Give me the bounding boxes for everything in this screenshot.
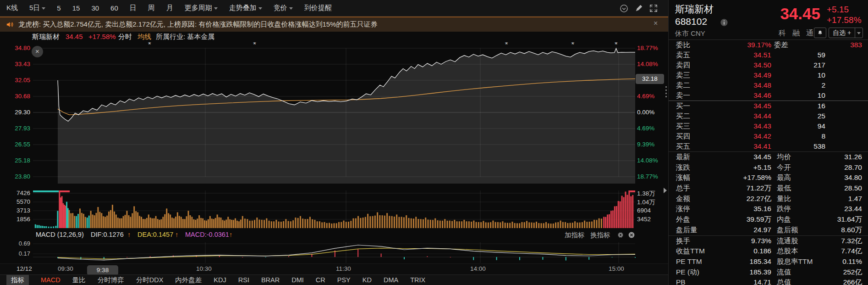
order-book: 委比 39.17% 委差 383 卖五34.5159 卖四34.50217 卖三… xyxy=(669,39,868,151)
price-alert-bell-button[interactable] xyxy=(814,28,826,38)
tab-month[interactable]: 月 xyxy=(166,4,173,12)
pct-axis-label: 0.00% xyxy=(637,109,654,116)
bid-row[interactable]: 买四34.428 xyxy=(669,131,868,141)
fullscreen-expand-icon[interactable] xyxy=(649,4,658,12)
tab-30min[interactable]: 30 xyxy=(91,4,99,12)
ask-row[interactable]: 卖四34.50217 xyxy=(669,60,868,70)
stats-row: 金额22.27亿量比1.47 xyxy=(669,194,868,204)
ask-row[interactable]: 卖三34.4910 xyxy=(669,70,868,80)
tab-neiwai-pancha[interactable]: 内外盘差 xyxy=(175,276,202,285)
stats-row: PB14.71总值266亿 xyxy=(669,277,868,285)
more-periods-menu[interactable]: 更多周期 xyxy=(185,4,218,12)
intraday-chart-canvas[interactable]: ***** xyxy=(0,0,668,285)
bid-row[interactable]: 买一34.4516 xyxy=(669,101,868,111)
bid-row[interactable]: 买五34.41538 xyxy=(669,141,868,151)
tab-15min[interactable]: 15 xyxy=(72,4,80,12)
stats-row: 收益TTM0.186总股本7.74亿 xyxy=(669,246,868,257)
watchlist-label: 自选 + xyxy=(829,29,855,37)
pct-axis-label: 14.08% xyxy=(637,61,658,67)
tab-trix[interactable]: TRIX xyxy=(410,276,425,284)
stats-row: 盘后量24.97盘后额8.60万 xyxy=(669,225,868,235)
tab-kdj[interactable]: KDJ xyxy=(214,276,226,284)
draw-brush-icon[interactable] xyxy=(635,4,643,12)
volume-axis-label: 7426 xyxy=(12,190,30,196)
stats-row: 涨跌+5.15今开28.70 xyxy=(669,162,868,173)
pct-axis-label: 4.69% xyxy=(637,125,654,132)
volume-axis-label: 5570 xyxy=(12,198,30,205)
panel-resize-handle[interactable] xyxy=(665,86,667,98)
quote-stats: 最新34.45均价31.26 涨跌+5.15今开28.70 涨幅+17.58%最… xyxy=(669,151,868,285)
period-toolbar: K线 5日 5 15 30 60 日 周 月 更多周期 走势叠加 竞价 到价提醒 xyxy=(0,0,668,17)
tab-cr[interactable]: CR xyxy=(316,276,325,284)
price-change: +5.15 xyxy=(827,5,849,15)
price-alert-button[interactable]: 到价提醒 xyxy=(304,4,332,12)
margin-badge: 融 xyxy=(792,28,800,38)
tab-kline[interactable]: K线 xyxy=(6,4,18,12)
tab-rsi[interactable]: RSI xyxy=(238,276,249,284)
switch-indicator-button[interactable]: 换指标 xyxy=(590,231,610,240)
tab-dma[interactable]: DMA xyxy=(384,276,398,284)
quote-panel: 斯瑞新材 688102 休市 CNY 34.45 +5.15 +17.58% 科… xyxy=(668,0,868,285)
time-tick: 11:30 xyxy=(336,265,351,272)
bid-row[interactable]: 买二34.4425 xyxy=(669,111,868,121)
indicator-close-icon[interactable] xyxy=(628,231,635,240)
pct-axis-label: 14.08% xyxy=(637,157,658,164)
chevron-down-icon xyxy=(289,7,293,10)
panel-collapse-arrow[interactable] xyxy=(664,188,667,193)
stats-row: 涨幅+17.58%最高34.80 xyxy=(669,173,868,183)
star-market-badge: 科 xyxy=(779,28,786,38)
arrow-up-icon: ↑ xyxy=(175,231,178,238)
tab-fenshi-boyi[interactable]: 分时博弈 xyxy=(98,276,124,285)
tab-fenshi-ddx[interactable]: 分时DDX xyxy=(136,276,164,285)
tab-macd[interactable]: MACD xyxy=(41,276,60,284)
tab-liangbi[interactable]: 量比 xyxy=(72,276,86,285)
ma-toggle[interactable]: 均线 xyxy=(137,33,151,41)
chart-header: 斯瑞新材 34.45 +17.58% 分时 均线 所属行业: 基本金属 xyxy=(0,32,668,42)
time-tick: 09:30 xyxy=(58,265,73,272)
chevron-down-icon xyxy=(214,7,218,10)
volume-axis-label: 6904 xyxy=(637,207,651,214)
bid-row[interactable]: 买三34.4394 xyxy=(669,121,868,131)
chart-stock-name: 斯瑞新材 xyxy=(32,33,60,41)
auction-menu[interactable]: 竞价 xyxy=(274,4,293,12)
pct-axis-label: 9.39% xyxy=(637,141,654,148)
tab-5min[interactable]: 5 xyxy=(57,4,60,12)
price-axis-label: 23.80 xyxy=(12,173,30,180)
industry-link[interactable]: 所属行业: 基本金属 xyxy=(156,33,214,41)
add-indicator-button[interactable]: 加指标 xyxy=(565,231,585,240)
overlay-menu[interactable]: 走势叠加 xyxy=(229,4,262,12)
history-circle-icon[interactable] xyxy=(620,4,628,13)
chevron-down-icon xyxy=(42,7,45,10)
watchlist-button[interactable]: 自选 + xyxy=(829,28,863,38)
ask-row[interactable]: 卖一34.4610 xyxy=(669,90,868,101)
tab-dmi[interactable]: DMI xyxy=(291,276,304,284)
tab-kd[interactable]: KD xyxy=(363,276,372,284)
tab-day[interactable]: 日 xyxy=(130,4,137,12)
tab-60min[interactable]: 60 xyxy=(110,4,118,12)
timeline-toggle[interactable]: 分时 xyxy=(118,33,132,41)
tab-week[interactable]: 周 xyxy=(148,4,155,12)
indicator-tabbar: 指标 MACD 量比 分时博弈 分时DDX 内外盘差 KDJ RSI BRAR … xyxy=(0,274,668,285)
macd-axis-label: 0.17 xyxy=(12,250,30,257)
stats-row: 换手9.73%流通股7.32亿 xyxy=(669,235,868,246)
stock-code: 688102 xyxy=(675,16,707,27)
chevron-down-icon xyxy=(258,7,262,10)
info-icon[interactable] xyxy=(720,18,728,28)
watchlist-dropdown[interactable] xyxy=(855,28,863,38)
time-tick: 14:00 xyxy=(470,265,486,272)
indicator-settings-gear-icon[interactable] xyxy=(617,231,624,240)
price-axis-label: 25.18 xyxy=(12,157,30,164)
ask-row[interactable]: 卖五34.5159 xyxy=(669,50,868,60)
tab-5day[interactable]: 5日 xyxy=(29,4,45,12)
ask-row[interactable]: 卖二34.482 xyxy=(669,80,868,90)
chart-close-button[interactable]: × xyxy=(32,46,43,57)
crosshair-time-tag: 9:38 xyxy=(87,265,118,275)
macd-hist-value: MACD:-0.0361 xyxy=(185,231,229,238)
alert-close-icon[interactable]: × xyxy=(654,19,658,28)
tab-psy[interactable]: PSY xyxy=(337,276,351,284)
tab-indicator[interactable]: 指标 xyxy=(6,275,29,285)
tab-brar[interactable]: BRAR xyxy=(261,276,280,284)
price-axis-label: 33.43 xyxy=(12,61,30,67)
avg-price-tag: 32.18 xyxy=(636,74,664,84)
price-axis-label: 34.80 xyxy=(12,45,30,51)
